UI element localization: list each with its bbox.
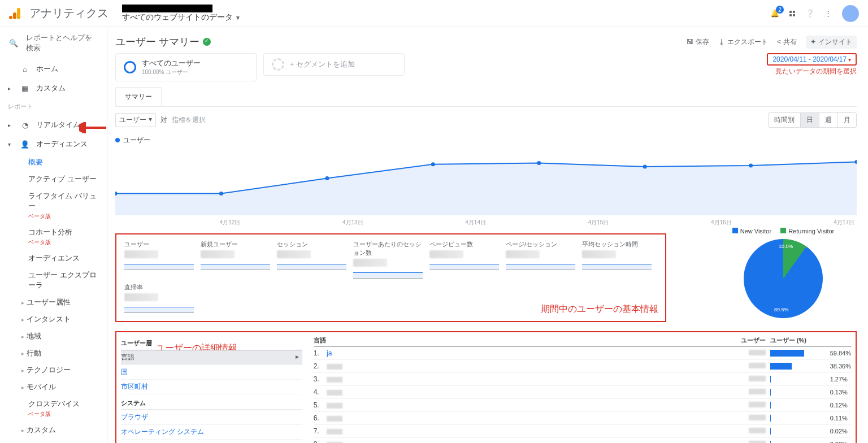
scorecard-value-blur (429, 250, 463, 258)
help-icon[interactable]: ❔ (805, 9, 814, 18)
sub-behavior[interactable]: 行動 (0, 345, 107, 362)
sub-active-users[interactable]: アクティブ ユーザー (0, 171, 107, 188)
export-button[interactable]: ⭳ エクスポート (718, 36, 768, 49)
sub-audiences[interactable]: オーディエンス (0, 250, 107, 267)
sub-mobile[interactable]: モバイル (0, 379, 107, 396)
action-label: インサイト (818, 37, 852, 47)
svg-point-5 (219, 192, 223, 196)
sub-cohort[interactable]: コホート分析ベータ版 (0, 224, 107, 250)
sparkline (582, 260, 652, 270)
add-segment[interactable]: + セグメントを追加 (263, 53, 405, 76)
nav-label: ホーム (36, 64, 58, 74)
users-chart (115, 147, 857, 215)
vs-label: 対 (160, 115, 167, 125)
page-title: ユーザー サマリー (115, 35, 199, 49)
ga-logo-icon (9, 7, 23, 20)
sparkline (429, 260, 499, 270)
gran-week[interactable]: 週 (819, 113, 837, 127)
notifications-icon[interactable]: 🔔2 (770, 9, 779, 18)
dim-os[interactable]: オペレーティング システム (121, 425, 302, 440)
pie-chart: 10.0% 89.5% (744, 239, 823, 318)
table-row[interactable]: 8. 0.02% (314, 438, 851, 443)
sub-explorer[interactable]: ユーザー エクスプローラ (0, 267, 107, 294)
scorecard[interactable]: セッション (274, 238, 350, 281)
svg-point-2 (9, 16, 12, 19)
sub-demographics[interactable]: ユーザー属性 (0, 294, 107, 311)
property-selector[interactable]: すべてのウェブサイトのデータ▼ (122, 5, 241, 23)
insights-button[interactable]: ✦ インサイト (806, 36, 857, 49)
search-placeholder: レポートとヘルプを検索 (26, 33, 98, 53)
table-row[interactable]: 3. 1.27% (314, 373, 851, 386)
home-icon: ⌂ (20, 65, 29, 73)
sub-crossdevice[interactable]: クロスデバイスベータ版 (0, 396, 107, 422)
legend-dot-icon (115, 138, 120, 142)
action-label: 保存 (696, 37, 709, 47)
user-icon: 👤 (20, 140, 29, 149)
table-header: 言語 ユーザー ユーザー (%) (314, 335, 851, 347)
table-row[interactable]: 2. 38.36% (314, 360, 851, 373)
nav-custom[interactable]: ▸▦カスタム (0, 79, 107, 98)
sub-interests[interactable]: インタレスト (0, 311, 107, 328)
svg-point-10 (749, 163, 753, 167)
sparkline (353, 268, 423, 279)
table-row[interactable]: 7. 0.02% (314, 425, 851, 438)
tab-summary[interactable]: サマリー (115, 87, 162, 106)
dim-isp[interactable]: サービス プロバイダ (121, 440, 302, 443)
primary-metric-select[interactable]: ユーザー ▾ (115, 113, 156, 127)
scorecard-label: ページビュー数 (429, 240, 499, 249)
sub-technology[interactable]: テクノロジー (0, 362, 107, 379)
save-button[interactable]: 🖫 保存 (687, 36, 709, 49)
annotation-date: 見たいデータの期間を選択 (767, 67, 857, 76)
svg-rect-0 (17, 8, 20, 19)
dim-city[interactable]: 市区町村 (121, 380, 302, 394)
sub-benchmark[interactable]: ベンチマーク (0, 438, 107, 443)
nav-home[interactable]: ⌂ホーム (0, 59, 107, 79)
date-range-picker[interactable]: 2020/04/11 - 2020/04/17 (767, 53, 857, 66)
gran-month[interactable]: 月 (837, 113, 856, 127)
granularity-tabs: 時間別 日 週 月 (768, 112, 857, 128)
sparkline (124, 260, 194, 270)
svg-point-7 (431, 162, 435, 166)
avatar[interactable] (842, 5, 859, 22)
chart-legend: ユーザー (123, 136, 150, 144)
verified-icon (203, 38, 211, 46)
search-input[interactable]: 🔍レポートとヘルプを検索 (0, 27, 107, 59)
annotation-arrow-icon (79, 122, 107, 133)
scorecard[interactable]: 平均セッション時間 (579, 238, 655, 281)
dim-language[interactable]: 言語 (121, 350, 302, 365)
dimension-picker: ユーザー層 言語 国 市区町村 システム ブラウザ オペレーティング システム … (121, 335, 302, 443)
annotation-scorecards: 期間中のユーザーの基本情報 (541, 303, 658, 315)
scorecard-value-blur (201, 250, 235, 258)
table-row[interactable]: 1. ja59.84% (314, 347, 851, 360)
dim-country[interactable]: 国 (121, 365, 302, 380)
segment-sublabel: 100.00% ユーザー (142, 68, 201, 76)
scorecard[interactable]: 新規ユーザー (197, 238, 274, 281)
gran-day[interactable]: 日 (800, 113, 819, 127)
topbar: アナリティクス すべてのウェブサイトのデータ▼ 🔔2 ❔ ⋮ (0, 0, 868, 27)
search-icon: 🔍 (9, 39, 18, 47)
more-icon[interactable]: ⋮ (824, 9, 832, 18)
sparkline (506, 260, 575, 270)
nav-audience[interactable]: ▾👤オーディエンス (0, 134, 107, 154)
notif-badge: 2 (776, 6, 784, 14)
sub-ltv[interactable]: ライフタイム バリューベータ版 (0, 188, 107, 224)
sub-custom[interactable]: カスタム (0, 422, 107, 438)
dim-browser[interactable]: ブラウザ (121, 410, 302, 425)
scorecard[interactable]: ページ/セッション (502, 238, 579, 281)
scorecard[interactable]: ユーザー (121, 238, 197, 281)
secondary-metric-select[interactable]: 指標を選択 (172, 115, 206, 125)
share-button[interactable]: < 共有 (777, 36, 797, 49)
table-row[interactable]: 6. 0.11% (314, 412, 851, 425)
segment-label: + セグメントを追加 (290, 59, 355, 70)
scorecard[interactable]: ユーザーあたりのセッション数 (350, 238, 426, 281)
gran-hourly[interactable]: 時間別 (769, 113, 800, 127)
segment-all-users[interactable]: すべてのユーザー100.00% ユーザー (115, 53, 257, 81)
table-row[interactable]: 4. 0.13% (314, 386, 851, 399)
scorecard[interactable]: 直帰率 (121, 281, 197, 315)
sub-overview[interactable]: 概要 (0, 154, 107, 171)
sub-geo[interactable]: 地域 (0, 328, 107, 345)
scorecard-label: ユーザーあたりのセッション数 (353, 240, 423, 257)
scorecard[interactable]: ページビュー数 (426, 238, 502, 281)
table-row[interactable]: 5. 0.12% (314, 399, 851, 412)
apps-icon[interactable] (789, 11, 795, 16)
